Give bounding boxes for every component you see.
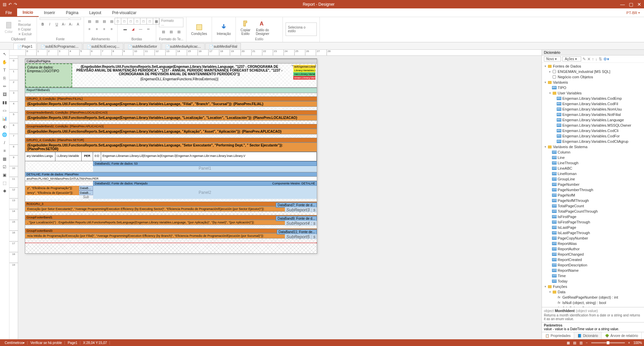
databand9[interactable]: DataBand9; Fonte de d... [276, 216, 317, 221]
grupo3-header[interactable]: GRUPO_3; Condição: {PlanoPrev.FILIAL} [25, 96, 317, 101]
border-weight-icon[interactable]: ═ [145, 26, 152, 32]
grow-font-icon[interactable]: A↑ [61, 21, 67, 28]
databand1[interactable]: DataBand1; Fonte de dados: 53 [93, 161, 317, 166]
dict-tab-dictionary[interactable]: 📘 Dicionário [574, 332, 601, 339]
align-tc-icon[interactable]: ▤ [94, 18, 100, 25]
align-tj-icon[interactable]: ▤ [109, 18, 115, 25]
fmt-2-icon[interactable]: ▤ [168, 28, 175, 35]
paste-button[interactable]: Colar [3, 20, 15, 34]
chip-2[interactable]: Library.Variables.L [293, 69, 315, 72]
tree-item[interactable]: abcEngeman.Library.Variables.NotFilial [542, 112, 644, 117]
tree-item[interactable]: 123PageNumberThrough [542, 187, 644, 192]
tree-item[interactable]: abcEngeman.Library.Variables.CodFil [542, 101, 644, 106]
dict-tab-properties[interactable]: 📋 Propriedades [542, 332, 574, 339]
border-3-icon[interactable]: □ [127, 18, 134, 25]
gh2-header[interactable]: GroupHeaderBand2; Condição: {PlanoPrev.A… [25, 124, 317, 129]
tree-item[interactable]: ▾User Variables [542, 90, 644, 96]
tree-item[interactable]: 123PageCopyNumber [542, 235, 644, 241]
tab-previsualizar[interactable]: Pré-visualizar [106, 8, 142, 17]
text-tool-icon[interactable]: T [2, 67, 8, 73]
panel1[interactable]: Panel1 [93, 166, 317, 172]
databand11[interactable]: DataBand11; Fonte de... [277, 229, 317, 234]
tree-item[interactable]: fxIsNull (object, string) : bool [542, 300, 644, 305]
dict-settings-icon[interactable]: ⚙▾ [603, 57, 609, 61]
tree-item[interactable]: 123ReportAlias [542, 241, 644, 246]
border-4-icon[interactable]: □ [134, 18, 140, 25]
gauge-icon[interactable]: ◐ [2, 124, 8, 130]
select-style[interactable]: Seleciona o estilo [286, 23, 317, 36]
panel2[interactable]: Panel2 [93, 186, 317, 199]
header-row[interactable]: Coluna de dados: Empresa.LOGOTIPO {Engeb… [25, 63, 317, 88]
tree-item[interactable]: 123LineABC [542, 166, 644, 171]
conditions-button[interactable]: Condições [189, 23, 209, 36]
font-size[interactable] [70, 18, 81, 20]
band-icon[interactable]: ≡ [2, 148, 8, 154]
tab-inicio[interactable]: Início [17, 8, 38, 17]
view-mode-1-icon[interactable]: ▦ [567, 341, 570, 345]
status-verify[interactable]: Verificar se há proble [28, 341, 65, 345]
component-icon[interactable]: ⬚ [2, 180, 8, 186]
tree-item[interactable]: ▸ENGEMAN_industrial [MS SQL] [542, 69, 644, 74]
tree-item[interactable]: abcEngeman.Library.Variables.CodEmp [542, 96, 644, 101]
gf3[interactable]: GroupFooterBand3 [25, 228, 317, 233]
tree-item[interactable]: 123IsLastPage [542, 225, 644, 230]
tree-item[interactable]: ▾Data [542, 289, 644, 295]
font-family[interactable] [40, 18, 69, 20]
subreport3[interactable]: SubReport3 : s [285, 207, 317, 212]
dict-sort-icon[interactable]: ⇅ [599, 57, 602, 61]
tree-item[interactable]: 123Time [542, 273, 644, 278]
tree-item[interactable]: 123TotalPageCountThrough [542, 209, 644, 214]
font-color-icon[interactable]: A [75, 21, 81, 28]
tree-item[interactable]: abcEngeman.Library.Variables.MSSQLOwner [542, 123, 644, 128]
italic-button[interactable]: I [47, 21, 53, 28]
column-headers[interactable]: ary.Variables.Langu i.Library.Variable P… [25, 152, 317, 161]
tree-item[interactable]: 123TotalPageCount [542, 203, 644, 209]
status-units[interactable]: Centímetros▾ [2, 341, 28, 345]
gf1[interactable]: GroupFooterBand1 [25, 215, 317, 220]
tree-item[interactable]: 123GroupLine [542, 176, 644, 182]
view-mode-2-icon[interactable]: ▤ [573, 341, 576, 345]
line-icon[interactable]: / [2, 140, 8, 146]
datab-chip-1[interactable]: DataB... [79, 186, 93, 190]
minimize-icon[interactable]: — [620, 2, 625, 7]
map-icon[interactable]: 🌐 [2, 132, 8, 138]
tab-inserir[interactable]: Inserir [39, 8, 60, 17]
tab-layout[interactable]: Layout [84, 8, 106, 17]
dict-actions-dropdown[interactable]: Ações ▾ [562, 56, 581, 61]
tree-item[interactable]: 123LineThrough [542, 160, 644, 166]
logo-column[interactable]: Coluna de dados: Empresa.LOGOTIPO [25, 63, 72, 87]
border-1-icon[interactable]: □ [115, 18, 121, 25]
tree-item[interactable]: 123IsFirstPage [542, 214, 644, 219]
pointer-icon[interactable]: ↖ [2, 51, 8, 57]
databand7[interactable]: DataBand7; Fonte de d... [276, 203, 317, 208]
report-page[interactable]: CabeçalhoPágina Coluna de dados: Empresa… [25, 58, 317, 254]
border-2-icon[interactable]: □ [121, 18, 128, 25]
chip-4[interactable]: eman.Library.Vari [293, 76, 315, 80]
gh1-text[interactable]: {Engebuilder.Reports.Util.FunctionsRepor… [25, 115, 317, 121]
tree-item[interactable]: 123IsFirstPageThrough [542, 219, 644, 225]
databand2[interactable]: DataBand2; Fonte de dados: Planejado Com… [93, 181, 317, 186]
tree-item[interactable]: 123IsLastPageThrough [542, 230, 644, 235]
tree-item[interactable]: 123ReportName [542, 268, 644, 273]
image-icon[interactable]: 🖼 [2, 91, 8, 97]
detalhe-band[interactable]: DETALHE; Fonte de dados: PlanoPrev [25, 172, 317, 177]
grupo4-text[interactable]: {Engebuilder.Reports.Util.FunctionsRepor… [25, 142, 317, 152]
datab-chip-2[interactable]: DataB... [79, 190, 93, 195]
zoom-value[interactable]: 100% [633, 341, 642, 345]
cross-icon[interactable]: ▦ [2, 156, 8, 162]
tree-item[interactable]: 123PageNofM [542, 192, 644, 198]
shape-icon[interactable]: ▭ [2, 107, 8, 114]
report-title-band[interactable]: ReportTitleBand1 [25, 88, 317, 93]
chip-3[interactable]: nan.Library.Variabl [293, 72, 315, 76]
tree-item[interactable]: abcEngeman.Library.Variables.CodCliAgrup [542, 139, 644, 144]
align-tl-icon[interactable]: ▤ [86, 18, 93, 25]
align-bl-icon[interactable]: ≡ [86, 26, 93, 32]
tree-item[interactable]: Negócio com Objetos [542, 74, 644, 80]
hand-icon[interactable]: ✋ [2, 59, 8, 65]
tree-item[interactable]: 123ReportAuthor [542, 246, 644, 252]
zoom-in-icon[interactable]: + [628, 341, 630, 345]
copy-tool-icon[interactable]: ⎘ [2, 75, 8, 81]
grupo4-header[interactable]: GRUPO_4; Condição: {PlanoPrev.SETOR} [25, 138, 317, 142]
align-bj-icon[interactable]: ≡ [109, 26, 115, 32]
shrink-font-icon[interactable]: A↓ [68, 21, 74, 28]
